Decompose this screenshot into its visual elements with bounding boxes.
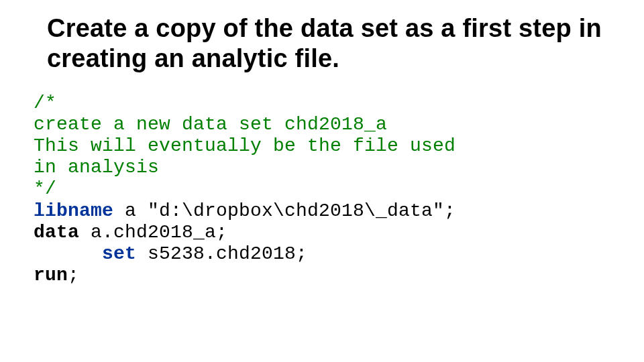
code-text: a.chd2018_a; (79, 222, 227, 243)
code-text: ; (68, 265, 79, 286)
code-keyword-set: set (102, 243, 136, 264)
code-comment-line: in analysis (34, 157, 159, 178)
code-comment-start: /* (34, 93, 56, 113)
code-indent (34, 243, 102, 264)
code-keyword-run: run (34, 265, 68, 286)
slide-title: Create a copy of the data set as a first… (47, 13, 610, 74)
code-comment-line: create a new data set chd2018_a (34, 114, 387, 135)
code-comment-line: This will eventually be the file used (34, 135, 455, 156)
code-keyword-data: data (34, 222, 79, 243)
code-keyword-libname: libname (34, 200, 113, 221)
code-block: /* create a new data set chd2018_a This … (34, 93, 610, 287)
code-text: a "d:\dropbox\chd2018\_data"; (113, 200, 455, 221)
slide: Create a copy of the data set as a first… (0, 0, 644, 362)
code-comment-end: */ (34, 178, 56, 199)
code-text: s5238.chd2018; (136, 243, 307, 264)
